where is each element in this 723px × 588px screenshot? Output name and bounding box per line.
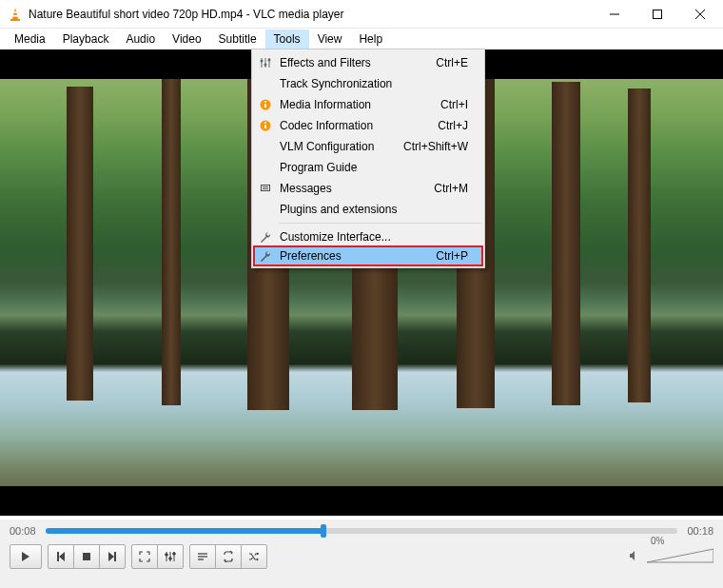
menu-item-label: Effects and Filters bbox=[276, 56, 436, 69]
svg-rect-14 bbox=[264, 104, 266, 108]
volume-label: 0% bbox=[651, 536, 664, 546]
messages-icon bbox=[255, 183, 276, 194]
wrench-icon bbox=[255, 231, 276, 243]
svg-rect-2 bbox=[13, 15, 18, 17]
menu-item-shortcut: Ctrl+Shift+W bbox=[403, 140, 481, 153]
fullscreen-button[interactable] bbox=[131, 544, 158, 569]
volume-area: 0% bbox=[628, 547, 713, 566]
bottom-controls: 00:08 00:18 0% bbox=[0, 519, 723, 588]
menu-effects-filters[interactable]: Effects and Filters Ctrl+E bbox=[255, 52, 481, 73]
svg-rect-17 bbox=[264, 125, 266, 128]
maximize-button[interactable] bbox=[635, 1, 678, 28]
menu-item-shortcut: Ctrl+I bbox=[440, 98, 481, 111]
menu-audio[interactable]: Audio bbox=[117, 29, 164, 49]
svg-rect-4 bbox=[653, 10, 661, 18]
menu-item-shortcut: Ctrl+J bbox=[438, 119, 481, 132]
svg-rect-21 bbox=[263, 186, 268, 187]
stop-button[interactable] bbox=[73, 544, 100, 569]
menu-item-shortcut: Ctrl+E bbox=[436, 56, 481, 69]
minimize-button[interactable] bbox=[593, 1, 635, 28]
svg-rect-22 bbox=[263, 188, 268, 189]
menu-program-guide[interactable]: Program Guide bbox=[255, 157, 481, 178]
wrench-icon bbox=[255, 250, 276, 262]
menu-item-shortcut: Ctrl+P bbox=[436, 249, 481, 263]
current-time[interactable]: 00:08 bbox=[10, 525, 36, 537]
menu-tools[interactable]: Tools bbox=[265, 29, 309, 49]
svg-rect-20 bbox=[262, 186, 269, 190]
menu-messages[interactable]: Messages Ctrl+M bbox=[255, 178, 481, 199]
window-controls bbox=[593, 1, 721, 28]
menu-item-label: Codec Information bbox=[276, 119, 438, 132]
menu-vlm-config[interactable]: VLM Configuration Ctrl+Shift+W bbox=[255, 136, 481, 157]
close-button[interactable] bbox=[678, 1, 721, 28]
menu-video[interactable]: Video bbox=[164, 29, 209, 49]
playlist-button[interactable] bbox=[189, 544, 216, 569]
svg-point-11 bbox=[264, 64, 267, 67]
seek-slider[interactable] bbox=[46, 528, 678, 534]
sliders-icon bbox=[255, 57, 276, 69]
menu-item-label: Media Information bbox=[276, 98, 440, 111]
menu-item-label: Preferences bbox=[276, 249, 436, 263]
seek-thumb[interactable] bbox=[321, 524, 326, 538]
svg-rect-23 bbox=[83, 553, 90, 560]
total-time[interactable]: 00:18 bbox=[687, 525, 713, 537]
vlc-cone-icon bbox=[8, 7, 23, 22]
menubar: Media Playback Audio Video Subtitle Tool… bbox=[0, 29, 723, 49]
svg-rect-1 bbox=[13, 11, 17, 13]
menu-item-label: Plugins and extensions bbox=[276, 203, 468, 216]
svg-point-18 bbox=[264, 122, 266, 124]
play-button[interactable] bbox=[10, 544, 42, 569]
menu-preferences[interactable]: Preferences Ctrl+P bbox=[253, 245, 483, 266]
info-icon bbox=[255, 120, 276, 131]
titlebar: Nature Beautiful short video 720p HD.mp4… bbox=[0, 0, 723, 29]
info-icon bbox=[255, 99, 276, 110]
next-button[interactable] bbox=[99, 544, 126, 569]
menu-playback[interactable]: Playback bbox=[54, 29, 118, 49]
volume-slider[interactable] bbox=[647, 547, 713, 566]
menu-item-label: Messages bbox=[276, 182, 434, 195]
prev-button[interactable] bbox=[48, 544, 74, 569]
svg-point-15 bbox=[264, 101, 266, 103]
menu-subtitle[interactable]: Subtitle bbox=[210, 29, 265, 49]
menu-view[interactable]: View bbox=[309, 29, 351, 49]
menu-item-shortcut: Ctrl+M bbox=[434, 182, 481, 195]
svg-point-12 bbox=[268, 59, 271, 62]
menu-item-label: Program Guide bbox=[276, 161, 468, 174]
svg-point-10 bbox=[261, 60, 264, 63]
menu-separator bbox=[280, 223, 481, 224]
loop-button[interactable] bbox=[215, 544, 242, 569]
menu-codec-info[interactable]: Codec Information Ctrl+J bbox=[255, 115, 481, 136]
ext-settings-button[interactable] bbox=[157, 544, 184, 569]
seek-fill bbox=[46, 528, 324, 534]
svg-point-27 bbox=[166, 554, 168, 557]
speaker-icon[interactable] bbox=[628, 549, 641, 565]
menu-media[interactable]: Media bbox=[6, 29, 54, 49]
menu-item-label: VLM Configuration bbox=[276, 140, 403, 153]
svg-rect-0 bbox=[10, 19, 20, 21]
menu-item-label: Track Synchronization bbox=[276, 77, 468, 90]
menu-media-info[interactable]: Media Information Ctrl+I bbox=[255, 94, 481, 115]
menu-customize-interface[interactable]: Customize Interface... bbox=[255, 226, 481, 247]
window-title: Nature Beautiful short video 720p HD.mp4… bbox=[29, 8, 593, 21]
menu-help[interactable]: Help bbox=[350, 29, 391, 49]
menu-item-label: Customize Interface... bbox=[276, 230, 468, 244]
svg-point-29 bbox=[173, 553, 176, 556]
tools-dropdown: Effects and Filters Ctrl+E Track Synchro… bbox=[251, 49, 485, 268]
random-button[interactable] bbox=[241, 544, 267, 569]
menu-plugins[interactable]: Plugins and extensions bbox=[255, 199, 481, 220]
svg-point-28 bbox=[169, 558, 172, 560]
menu-track-sync[interactable]: Track Synchronization bbox=[255, 73, 481, 94]
